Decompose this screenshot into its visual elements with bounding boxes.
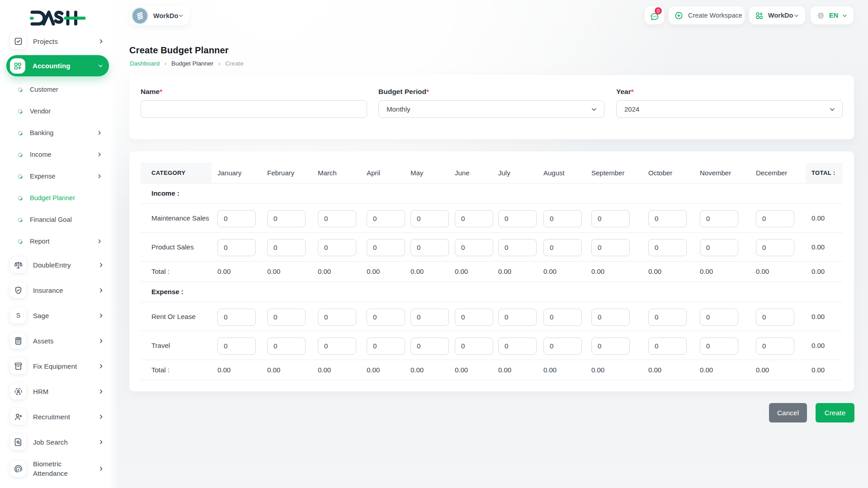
svg-text:S: S	[16, 312, 20, 319]
